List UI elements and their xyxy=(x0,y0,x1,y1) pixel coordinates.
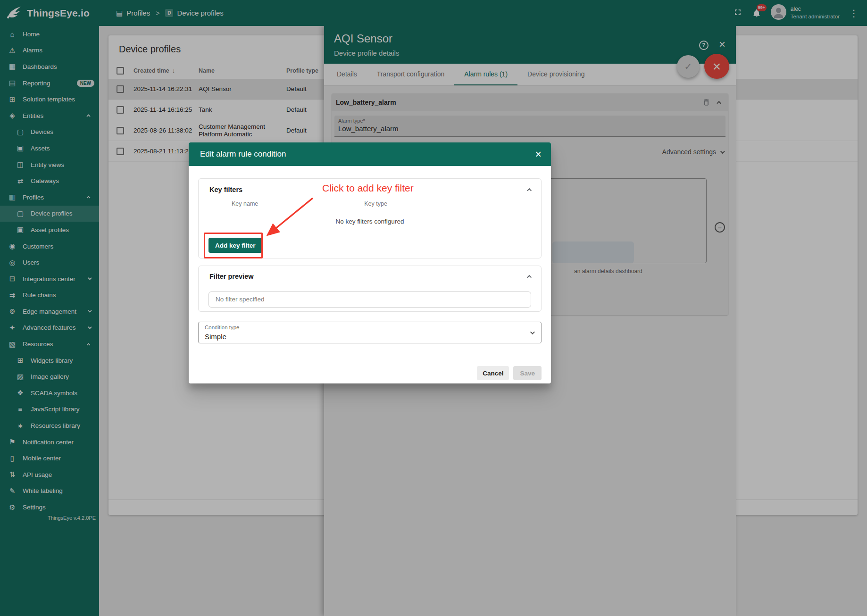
add-key-filter-button[interactable]: Add key filter xyxy=(208,238,262,253)
dialog-header: Edit alarm rule condition × xyxy=(189,142,551,166)
key-filters-title: Key filters xyxy=(209,186,242,193)
condition-type-select[interactable]: Condition type Simple xyxy=(198,322,542,343)
save-button[interactable]: Save xyxy=(513,366,542,380)
dialog-title: Edit alarm rule condition xyxy=(189,150,286,159)
annotation-text: Click to add key filter xyxy=(322,183,414,194)
edit-alarm-rule-condition-dialog: Edit alarm rule condition × Key filters … xyxy=(189,142,551,383)
column-key-name: Key name xyxy=(232,200,258,211)
filter-preview-value: No filter specified xyxy=(208,291,531,308)
chevron-down-icon xyxy=(530,330,535,334)
filter-preview-header: Filter preview xyxy=(199,266,541,287)
collapse-icon[interactable] xyxy=(527,188,532,192)
cancel-button[interactable]: Cancel xyxy=(477,366,509,380)
close-icon[interactable]: × xyxy=(535,148,542,161)
condition-type-label: Condition type xyxy=(205,325,240,330)
collapse-icon[interactable] xyxy=(527,275,532,279)
annotation-arrow xyxy=(258,191,320,242)
key-filters-columns: Key name Key type xyxy=(199,200,541,211)
column-key-type: Key type xyxy=(364,200,387,211)
key-filters-empty-text: No key filters configured xyxy=(199,211,541,232)
condition-type-value: Simple xyxy=(205,333,226,341)
filter-preview-title: Filter preview xyxy=(209,273,253,280)
filter-preview-card: Filter preview No filter specified xyxy=(198,266,542,312)
app-root: ThingsEye.io ▤ Profiles > D Device profi… xyxy=(0,0,867,616)
dialog-actions: Cancel Save xyxy=(477,366,542,380)
